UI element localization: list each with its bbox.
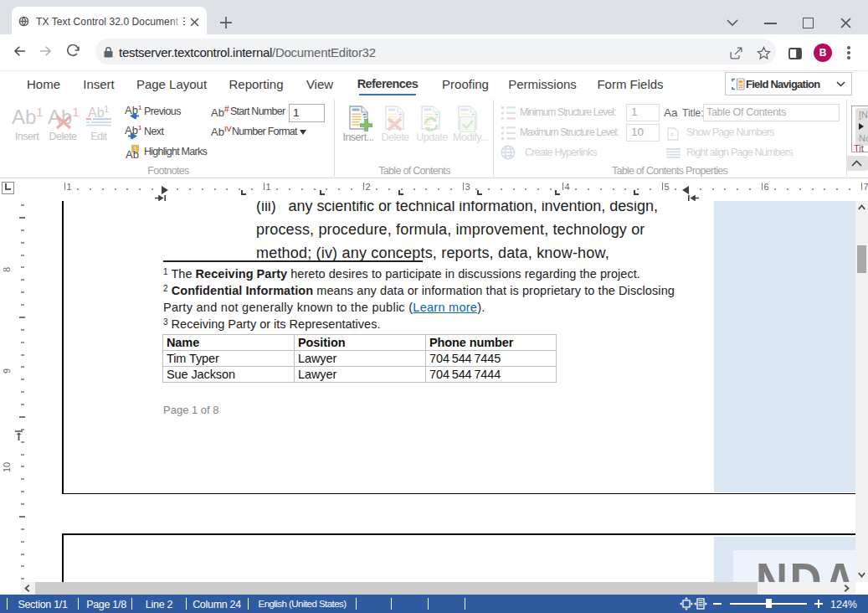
svg-text:#: # — [670, 131, 674, 137]
